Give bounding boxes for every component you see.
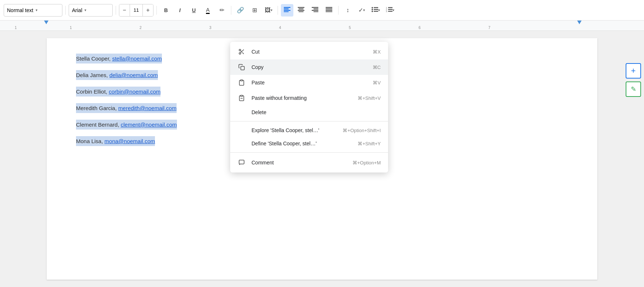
svg-point-29 [239, 52, 241, 54]
font-dropdown[interactable]: Arial ▾ [69, 4, 113, 17]
font-size-input[interactable] [130, 4, 143, 17]
svg-rect-11 [314, 11, 318, 12]
align-center-button[interactable] [295, 4, 307, 17]
ruler-tick-4: 3 [209, 26, 211, 30]
svg-rect-33 [241, 66, 245, 70]
doc-text-selected-1: Stella Cooper, stella@noemail.com [76, 54, 162, 63]
bookmark-icon: ⊞ [252, 7, 257, 14]
copy-icon [238, 63, 246, 71]
italic-button[interactable]: I [174, 4, 186, 17]
align-center-icon [298, 7, 304, 14]
svg-rect-34 [240, 80, 243, 81]
svg-rect-4 [298, 7, 304, 8]
svg-rect-5 [299, 8, 304, 10]
cut-label: Cut [252, 49, 367, 55]
comment-side-button[interactable]: ✎ [626, 81, 641, 97]
ruler-tick-8: 7 [488, 26, 491, 30]
bold-icon: B [164, 7, 168, 13]
highlight-button[interactable]: ✏ [216, 4, 228, 17]
svg-rect-35 [240, 95, 243, 97]
checklist-icon: ✓ [358, 7, 363, 14]
style-dropdown[interactable]: Normal text ▾ [4, 4, 62, 17]
paste-label: Paste [252, 80, 367, 86]
svg-rect-14 [326, 10, 332, 11]
decrease-font-button[interactable]: − [119, 4, 130, 17]
doc-email-5: clement@noemail.com [121, 121, 177, 128]
doc-text-selected-2: Delia James, delia@noemail.com [76, 70, 158, 80]
separator-3 [156, 6, 157, 15]
separator-2 [116, 6, 116, 15]
list-chevron-icon: ▾ [378, 8, 380, 12]
svg-point-18 [372, 9, 373, 10]
list-button[interactable]: ▾ [369, 4, 382, 17]
doc-email-6: mona@noemail.com [105, 138, 155, 144]
ruler-left-marker[interactable] [44, 21, 48, 24]
svg-rect-2 [284, 10, 290, 11]
svg-line-31 [242, 52, 244, 54]
text-color-icon: A [206, 7, 210, 14]
context-menu: Cut ⌘X Copy ⌘C [230, 42, 388, 172]
explore-shortcut: ⌘+Option+Shift+I [343, 128, 381, 133]
image-chevron-icon: ▾ [271, 8, 272, 12]
separator-5 [278, 6, 278, 15]
ctx-item-cut[interactable]: Cut ⌘X [230, 44, 388, 59]
svg-point-20 [372, 11, 373, 12]
svg-rect-27 [388, 11, 392, 12]
align-right-icon [312, 7, 318, 14]
ctx-item-copy[interactable]: Copy ⌘C [230, 59, 388, 75]
align-justify-button[interactable] [323, 4, 335, 17]
svg-rect-0 [284, 7, 290, 8]
line-spacing-button[interactable]: ↕ [341, 4, 354, 17]
bold-button[interactable]: B [160, 4, 172, 17]
text-color-button[interactable]: A [202, 4, 214, 17]
font-size-control: − + [119, 4, 153, 17]
ctx-item-paste[interactable]: Paste ⌘V [230, 75, 388, 90]
page[interactable]: Stella Cooper, stella@noemail.com Delia … [47, 38, 597, 280]
ruler: 1 1 2 3 4 5 6 7 [0, 21, 644, 31]
svg-rect-6 [298, 10, 304, 11]
ctx-item-paste-no-format[interactable]: Paste without formatting ⌘+Shift+V [230, 90, 388, 106]
svg-rect-21 [374, 11, 378, 12]
ctx-item-delete[interactable]: Delete [230, 106, 388, 119]
svg-rect-15 [326, 11, 332, 12]
doc-text-selected-5: Clement Bernard, clement@noemail.com [76, 120, 177, 130]
ruler-tick-3: 2 [140, 26, 142, 30]
checklist-chevron-icon: ▾ [363, 8, 365, 12]
list-icon [372, 7, 378, 14]
add-side-button[interactable]: + [626, 63, 641, 79]
side-buttons: + ✎ [623, 60, 644, 100]
ruler-tick-1: 1 [15, 26, 17, 30]
comment-label: Comment [252, 160, 347, 166]
svg-rect-37 [239, 160, 244, 164]
ctx-item-define[interactable]: Define 'Stella Cooper, stel…' ⌘+Shift+Y [230, 137, 388, 150]
svg-rect-8 [312, 7, 318, 8]
ruler-right-marker[interactable] [577, 21, 582, 24]
scissors-icon [238, 48, 246, 56]
doc-name-6: Mona Lisa, [76, 138, 105, 144]
increase-font-button[interactable]: + [143, 4, 153, 17]
align-right-button[interactable] [309, 4, 321, 17]
ctx-item-explore[interactable]: Explore 'Stella Cooper, stel…' ⌘+Option+… [230, 124, 388, 137]
doc-email-2: delia@noemail.com [109, 72, 158, 78]
numbered-list-button[interactable]: 1. 2. 3. ▾ [384, 4, 397, 17]
doc-name-1: Stella Cooper, [76, 55, 112, 62]
ctx-separator-2 [230, 152, 388, 153]
underline-button[interactable]: U [188, 4, 200, 17]
align-left-icon [284, 7, 290, 14]
svg-rect-25 [388, 9, 392, 10]
ctx-item-comment[interactable]: Comment ⌘+Option+M [230, 155, 388, 170]
svg-line-32 [240, 51, 242, 52]
line-spacing-icon: ↕ [346, 7, 349, 14]
define-label: Define 'Stella Cooper, stel…' [252, 141, 352, 146]
svg-text:3.: 3. [386, 10, 387, 12]
checklist-button[interactable]: ✓ ▾ [355, 4, 368, 17]
define-shortcut: ⌘+Shift+Y [358, 141, 381, 146]
image-button[interactable]: 🖼 ▾ [262, 4, 275, 17]
doc-email-1: stella@noemail.com [112, 55, 162, 62]
comment-shortcut: ⌘+Option+M [352, 160, 381, 166]
bookmark-button[interactable]: ⊞ [248, 4, 261, 17]
paste-no-format-shortcut: ⌘+Shift+V [358, 95, 381, 101]
link-button[interactable]: 🔗 [234, 4, 247, 17]
doc-name-3: Corbin Elliot, [76, 88, 109, 95]
align-left-button[interactable] [281, 4, 293, 17]
